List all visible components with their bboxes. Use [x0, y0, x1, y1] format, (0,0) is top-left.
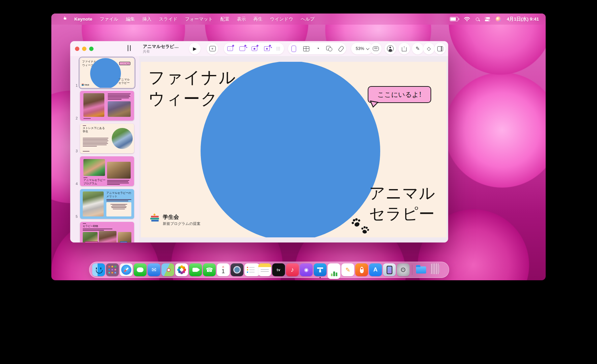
slide-subtitle-text[interactable]: アニマル セラピー [369, 183, 435, 224]
dock-apps-grid[interactable] [106, 263, 119, 276]
slide-thumbnail-4[interactable]: アニマルセラピー プログラム [80, 156, 134, 186]
dock-finder[interactable] [92, 263, 105, 276]
thumb2-body-text [108, 94, 131, 100]
magic-content-button[interactable] [252, 46, 257, 51]
dock-photo-booth[interactable] [231, 263, 243, 276]
share-button[interactable]: ↑ [398, 43, 410, 54]
shapes-button[interactable] [326, 46, 332, 51]
menu-bar-clock[interactable]: 4月1日(水) 9:41 [507, 16, 539, 22]
menu-edit[interactable]: 編集 [122, 16, 139, 22]
window-titlebar[interactable]: アニマルセラピ… 共有 ▶ + ↓ ◔ 53% [70, 41, 448, 56]
dock-launchpad-rocket[interactable] [355, 263, 368, 276]
thumb4-kicker [83, 177, 87, 178]
dock-pages[interactable]: ✎ [341, 263, 354, 276]
collaborate-button[interactable] [385, 43, 396, 54]
speech-bubble[interactable]: ここにいるよ! [368, 86, 431, 103]
thumb6-chip-1: アンジェリーナ [85, 241, 98, 242]
desktop-stage: Keynote ファイル 編集 挿入 スライド フォーマット 配置 表示 再生 … [0, 0, 597, 364]
menu-window[interactable]: ウインドウ [266, 16, 297, 22]
dock-iphone-mirroring[interactable] [383, 263, 396, 276]
sidebar-toggle-button[interactable] [128, 45, 135, 51]
menu-slide[interactable]: スライド [155, 16, 181, 22]
format-button[interactable]: ✎ [412, 43, 423, 54]
object-tools-group: ◔ [288, 43, 346, 54]
dock-messages[interactable] [134, 263, 147, 276]
slide-thumbnail-2[interactable] [80, 91, 134, 121]
slide-thumbnail-5[interactable]: アニマルセラピーの メリット [80, 189, 134, 219]
menu-arrange[interactable]: 配置 [216, 16, 233, 22]
wifi-icon[interactable] [464, 17, 470, 21]
shared-status-label: 共有 [143, 49, 150, 54]
apple-menu[interactable] [59, 16, 71, 22]
status-area: 4月1日(水) 9:41 [450, 16, 546, 22]
dock-safari[interactable] [120, 263, 133, 276]
slide-thumbnail-6[interactable]: セラピー動物 アンジェリーナ ピーター トラブ [80, 222, 134, 242]
magic-slide-button[interactable] [239, 46, 245, 51]
media-attach-button[interactable] [338, 45, 344, 52]
siri-icon[interactable] [496, 17, 501, 22]
magic-image-button[interactable] [264, 46, 270, 51]
slide-title-text[interactable]: ファイナル ウィーク [148, 67, 236, 109]
table-button[interactable] [303, 46, 309, 51]
slide-thumbnail-1[interactable]: ファイナル ウィーク ここにいるよ! アニマル セラピー 学生会 [80, 58, 134, 88]
dock-calendar[interactable]: 水 1 [217, 263, 230, 276]
student-council-logo[interactable]: 学生会 新規プログラムの提案 [150, 214, 201, 226]
thumb3-kicker [83, 125, 86, 126]
thumb6-photo-1 [83, 232, 98, 242]
paw-print-icon[interactable] [359, 224, 370, 235]
dock-maps[interactable] [161, 263, 174, 276]
thumb5-body-text [106, 199, 131, 202]
format-brush-icon: ✎ [416, 46, 420, 52]
dock-keynote[interactable] [314, 263, 327, 276]
dock-music[interactable]: ♪ [286, 263, 299, 276]
dock-facetime[interactable] [189, 263, 202, 276]
thumb4-title: アニマルセラピー プログラム [83, 179, 105, 185]
dock-app-store[interactable]: A [369, 263, 382, 276]
dock-numbers[interactable] [328, 263, 340, 276]
text-box-button[interactable] [291, 46, 296, 52]
dock-downloads-folder[interactable] [415, 263, 427, 276]
logo-title: 学生会 [163, 214, 201, 220]
zoom-control[interactable]: 53% [351, 43, 373, 54]
menu-format[interactable]: フォーマット [181, 16, 217, 22]
chart-button[interactable]: ◔ [316, 46, 319, 51]
menu-insert[interactable]: 挿入 [139, 16, 155, 22]
slide-number: 3 [72, 149, 78, 153]
thumb3-photo-student [112, 128, 133, 149]
calendar-day: 1 [222, 268, 225, 274]
dock-tv[interactable]: tv [272, 263, 285, 276]
thumb5-photo-rabbit [83, 191, 104, 216]
slide-editor[interactable]: ファイナル ウィーク ここにいるよ! アニマル セラピー [141, 62, 446, 237]
dock-photos[interactable] [175, 263, 188, 276]
menu-play[interactable]: 再生 [250, 16, 266, 22]
menu-view[interactable]: 表示 [233, 16, 250, 22]
dock-podcasts[interactable]: ◉ [300, 263, 313, 276]
thumb1-logo-icon [82, 84, 84, 86]
dock-reminders[interactable] [244, 263, 257, 276]
insert-slide-button[interactable]: ↓ [227, 46, 233, 51]
menu-help[interactable]: ヘルプ [297, 16, 318, 22]
document-button[interactable] [434, 43, 446, 54]
animate-button[interactable]: ◇ [423, 43, 435, 54]
dock-trash[interactable] [429, 263, 441, 276]
dock-system-settings[interactable]: ⚙ [397, 263, 410, 276]
books-icon [150, 214, 160, 223]
menu-file[interactable]: ファイル [96, 16, 122, 22]
thumb2-footer [83, 118, 91, 119]
play-button[interactable]: ▶ [189, 43, 201, 54]
thumb4-photo-rabbit [107, 162, 131, 179]
comment-button[interactable] [370, 43, 382, 54]
dock-notes[interactable] [258, 263, 271, 276]
spotlight-search-icon[interactable] [476, 18, 479, 21]
dock-phone[interactable]: ☎ [203, 263, 216, 276]
battery-icon[interactable] [450, 17, 458, 21]
control-center-icon[interactable] [485, 17, 490, 21]
minimize-button[interactable] [82, 47, 86, 51]
add-slide-button[interactable]: + [207, 43, 218, 54]
menu-bar: Keynote ファイル 編集 挿入 スライド フォーマット 配置 表示 再生 … [51, 14, 546, 25]
zoom-button[interactable] [89, 47, 94, 51]
menu-app-name[interactable]: Keynote [71, 17, 96, 22]
close-button[interactable] [75, 47, 79, 51]
dock-mail[interactable]: ✉ [148, 263, 160, 276]
slide-thumbnail-3[interactable]: ストレス下にある 学生 [80, 124, 134, 153]
